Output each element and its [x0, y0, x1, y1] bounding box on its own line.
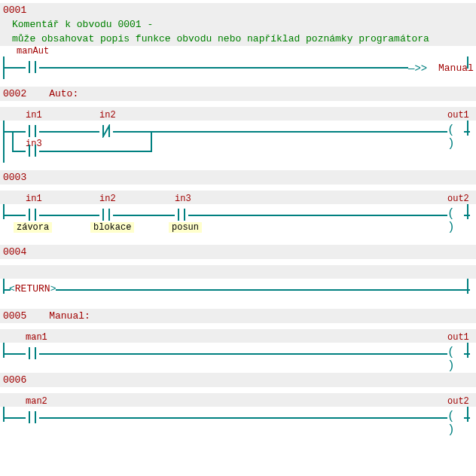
rung-comment-2: může obsahovat popis funkce obvodu nebo …: [0, 32, 476, 46]
rung-4: 0004 <RETURN>: [0, 245, 476, 301]
no-contact-icon: [26, 125, 39, 137]
rung-6: 0006 man2 out2 ( ): [0, 373, 476, 429]
rung-label: Auto:: [49, 88, 78, 99]
rung-comment-1: Komentář k obvodu 0001 -: [0, 17, 476, 32]
contact-label: in3: [175, 194, 191, 204]
contact-label: manAut: [17, 46, 476, 56]
rung-3: 0003 in1 in2 in3 out2 ( ) závora blokace…: [0, 170, 476, 237]
contact-label: in1: [26, 194, 42, 204]
ladder-rail: in1 in2 out1 ( ) in3: [3, 121, 473, 163]
rung-number: 0002Auto:: [0, 87, 476, 101]
rung-5: 0005Manual: man1 out1 ( ): [0, 309, 476, 365]
coil-icon: ( ): [447, 124, 461, 139]
contact-label: man2: [26, 396, 47, 407]
contact-label: in2: [99, 194, 116, 204]
rung-2: 0002Auto: in1 in2 out1 ( ) in3: [0, 87, 476, 163]
rung-number: 0005Manual:: [0, 309, 476, 323]
no-contact-icon: [26, 145, 39, 157]
coil-icon: ( ): [447, 207, 461, 222]
rung-1: 0001 Komentář k obvodu 0001 - může obsah…: [0, 3, 476, 79]
return-label: RETURN: [15, 283, 50, 294]
no-contact-icon: [26, 347, 39, 359]
ladder-rail: man2 out2 ( ): [3, 407, 473, 429]
no-contact-icon: [26, 61, 39, 73]
ladder-rail: in1 in2 in3 out2 ( ) závora blokace posu…: [3, 204, 473, 237]
no-contact-icon: [26, 209, 39, 221]
no-contact-icon: [99, 209, 113, 221]
rung-number: 0003: [0, 170, 476, 185]
contact-desc: posun: [169, 222, 202, 233]
contact-desc: závora: [14, 222, 52, 233]
contact-label: man1: [26, 332, 47, 343]
jump-arrow-icon: —>>: [408, 63, 427, 75]
coil-icon: ( ): [447, 346, 461, 361]
rung-number: 0006: [0, 373, 476, 387]
ladder-rail: —>> Manual: [3, 56, 473, 79]
ladder-rail: <RETURN>: [3, 279, 473, 301]
coil-label: out2: [447, 396, 469, 407]
rung-number: 0004: [0, 245, 476, 259]
no-contact-icon: [26, 411, 39, 423]
no-contact-icon: [175, 209, 188, 221]
ladder-rail: man1 out1 ( ): [3, 343, 473, 365]
contact-label: in1: [26, 110, 42, 121]
rung-number: 0001: [0, 3, 476, 17]
contact-label: in2: [99, 110, 116, 121]
nc-contact-icon: [99, 125, 113, 137]
rung-label: Manual:: [49, 310, 90, 322]
coil-label: out2: [447, 194, 469, 204]
coil-label: out1: [447, 110, 469, 121]
contact-desc: blokace: [90, 222, 134, 233]
coil-label: out1: [447, 332, 469, 343]
coil-icon: ( ): [447, 410, 461, 425]
jump-label: Manual: [438, 63, 474, 74]
